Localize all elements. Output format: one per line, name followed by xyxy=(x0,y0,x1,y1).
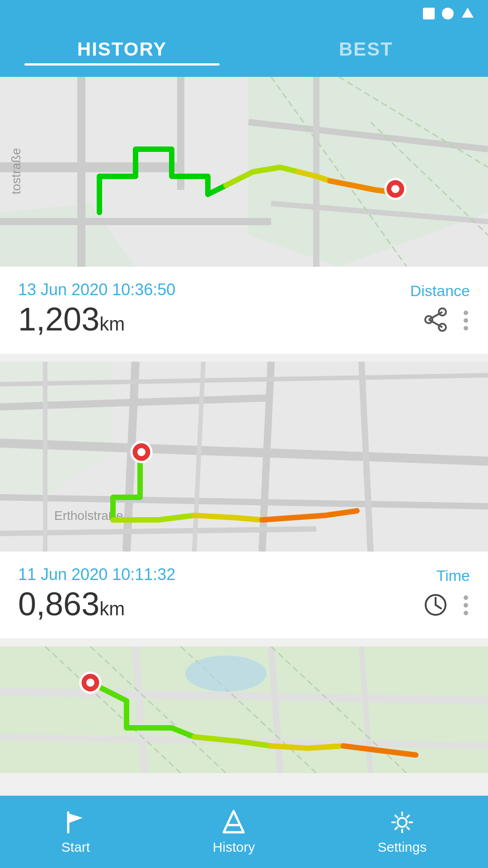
svg-point-58 xyxy=(398,818,407,827)
svg-text:tostraße: tostraße xyxy=(9,148,23,194)
run-action-icons-1 xyxy=(423,307,470,334)
svg-line-39 xyxy=(436,605,441,609)
signal-icon xyxy=(461,7,474,20)
svg-line-64 xyxy=(407,827,409,829)
svg-line-65 xyxy=(407,816,409,817)
nav-settings-label: Settings xyxy=(378,840,427,855)
header: HISTORY BEST xyxy=(0,27,488,77)
nav-start-label: Start xyxy=(61,840,90,855)
run-card-2: Ertholstraße 11 Jun 2020 10:11:32 0,863k… xyxy=(0,362,488,638)
tab-history[interactable]: HISTORY xyxy=(0,38,244,66)
run-metric-label-2: Time xyxy=(436,567,470,585)
nav-history-label: History xyxy=(213,840,255,855)
run-right-1: Distance xyxy=(410,280,470,334)
flag-icon xyxy=(62,809,89,836)
svg-point-51 xyxy=(185,656,267,692)
run-date-2: 11 Jun 2020 10:11:32 xyxy=(18,565,175,584)
status-bar xyxy=(0,0,488,27)
run-map-2[interactable]: Ertholstraße xyxy=(0,362,488,552)
settings-icon xyxy=(389,809,416,836)
run-map-3[interactable] xyxy=(0,646,488,773)
run-metric-label-1: Distance xyxy=(410,282,470,300)
nav-settings[interactable]: Settings xyxy=(378,809,427,855)
tab-best[interactable]: BEST xyxy=(244,38,488,66)
content-scroll[interactable]: tostraße 13 Jun 2020 10:36:50 1,203km xyxy=(0,77,488,796)
bottom-nav: Start History Settings xyxy=(0,796,488,868)
more-button-1[interactable] xyxy=(462,307,470,334)
run-left-2: 11 Jun 2020 10:11:32 0,863km xyxy=(18,565,175,620)
history-nav-icon xyxy=(220,809,247,836)
time-button-2[interactable] xyxy=(423,592,448,619)
svg-point-36 xyxy=(137,448,145,456)
run-card-3 xyxy=(0,646,488,773)
svg-marker-56 xyxy=(224,811,244,832)
run-info-1: 13 Jun 2020 10:36:50 1,203km Distance xyxy=(0,267,488,354)
circle-icon xyxy=(442,8,454,19)
run-date-1: 13 Jun 2020 10:36:50 xyxy=(18,280,175,299)
run-info-2: 11 Jun 2020 10:11:32 0,863km Time xyxy=(0,552,488,638)
run-distance-1: 1,203km xyxy=(18,303,175,335)
more-button-2[interactable] xyxy=(462,592,470,619)
share-button-1[interactable] xyxy=(423,307,448,334)
run-right-2: Time xyxy=(423,565,470,619)
run-action-icons-2 xyxy=(423,592,470,619)
run-card-1: tostraße 13 Jun 2020 10:36:50 1,203km xyxy=(0,77,488,354)
svg-line-63 xyxy=(395,816,397,817)
svg-marker-0 xyxy=(462,8,474,18)
svg-point-16 xyxy=(391,185,399,193)
nav-start[interactable]: Start xyxy=(61,809,90,855)
stop-icon xyxy=(423,8,435,19)
svg-point-53 xyxy=(86,679,94,687)
svg-marker-55 xyxy=(68,813,83,823)
run-distance-2: 0,863km xyxy=(18,588,175,620)
nav-history[interactable]: History xyxy=(213,809,255,855)
run-left-1: 13 Jun 2020 10:36:50 1,203km xyxy=(18,280,175,335)
run-map-1[interactable]: tostraße xyxy=(0,77,488,267)
svg-line-66 xyxy=(395,827,397,829)
